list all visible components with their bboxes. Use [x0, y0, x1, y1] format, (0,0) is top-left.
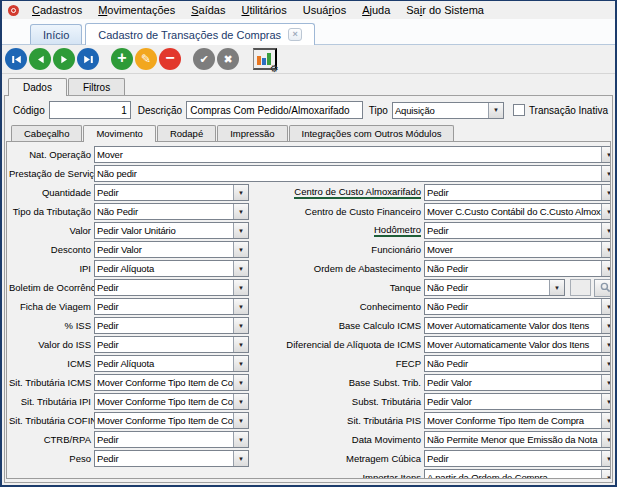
menu-item-sair-do-sistema[interactable]: Sair do Sistema — [398, 3, 492, 17]
peso-select[interactable]: Pedir▼ — [94, 450, 249, 467]
chevron-down-icon[interactable]: ▼ — [601, 432, 611, 447]
ctrb-rpa-select[interactable]: Pedir▼ — [94, 431, 249, 448]
nat-operacao-select[interactable]: Mover▼ — [94, 146, 611, 163]
chevron-down-icon[interactable]: ▼ — [233, 204, 248, 219]
tanque-search-button[interactable] — [594, 279, 611, 297]
chevron-down-icon[interactable]: ▼ — [233, 318, 248, 333]
ficha-de-viagem-select[interactable]: Pedir▼ — [94, 298, 249, 315]
tab-cadastro-de-transacoes-de-compras[interactable]: Cadastro de Transações de Compras× — [85, 23, 315, 45]
base-calculo-icms-value: Mover Automaticamente Valor dos Itens — [425, 320, 601, 331]
chevron-down-icon[interactable]: ▼ — [601, 261, 611, 276]
chevron-down-icon[interactable]: ▼ — [601, 147, 611, 162]
chevron-down-icon[interactable]: ▼ — [549, 280, 564, 295]
chevron-down-icon[interactable]: ▼ — [233, 185, 248, 200]
data-movimento-select[interactable]: Não Permite Menor que Emissão da Nota▼ — [424, 431, 611, 448]
base-calculo-icms-select[interactable]: Mover Automaticamente Valor dos Itens▼ — [424, 317, 611, 334]
subst-tributaria-select[interactable]: Pedir Valor▼ — [424, 393, 611, 410]
sit-tributaria-ipi-select[interactable]: Mover Conforme Tipo Item de Compra▼ — [94, 393, 249, 410]
tab-dados[interactable]: Dados — [8, 78, 67, 96]
chevron-down-icon[interactable]: ▼ — [233, 223, 248, 238]
chevron-down-icon[interactable]: ▼ — [601, 413, 611, 428]
boletim-de-ocorrencia-select[interactable]: Pedir▼ — [94, 279, 249, 296]
conhecimento-select[interactable]: Não Pedir▼ — [424, 298, 611, 315]
menu-item-utilitarios[interactable]: Utilitários — [233, 3, 294, 17]
hodometro-select[interactable]: Pedir▼ — [424, 222, 611, 239]
cancel-button[interactable]: ✖ — [217, 48, 239, 70]
close-icon[interactable]: × — [288, 28, 302, 41]
quantidade-select[interactable]: Pedir▼ — [94, 184, 249, 201]
chevron-down-icon[interactable]: ▼ — [601, 451, 611, 466]
codigo-input[interactable] — [49, 101, 131, 119]
chevron-down-icon[interactable]: ▼ — [601, 356, 611, 371]
base-subst-trib-select[interactable]: Pedir Valor▼ — [424, 374, 611, 391]
chevron-down-icon[interactable]: ▼ — [601, 204, 611, 219]
chevron-down-icon[interactable]: ▼ — [601, 166, 611, 181]
sit-tributaria-cofins-select[interactable]: Mover Conforme Tipo Item de Compra▼ — [94, 412, 249, 429]
ordem-de-abastecimento-select[interactable]: Não Pedir▼ — [424, 260, 611, 277]
chevron-down-icon[interactable]: ▼ — [233, 337, 248, 352]
chevron-down-icon[interactable]: ▼ — [233, 451, 248, 466]
chevron-down-icon[interactable]: ▼ — [233, 375, 248, 390]
delete-record-button[interactable]: − — [159, 48, 181, 70]
tipo-select[interactable]: Aquisição ▼ — [392, 102, 504, 119]
chevron-down-icon[interactable]: ▼ — [233, 356, 248, 371]
chevron-down-icon[interactable]: ▼ — [488, 103, 503, 118]
chevron-down-icon[interactable]: ▼ — [601, 299, 611, 314]
chart-button[interactable]: ⚙ — [253, 48, 277, 70]
chevron-down-icon[interactable]: ▼ — [233, 413, 248, 428]
sit-tributaria-pis-select[interactable]: Mover Conforme Tipo Item de Compra▼ — [424, 412, 611, 429]
icms-select[interactable]: Pedir Alíquota▼ — [94, 355, 249, 372]
tab-filtros[interactable]: Filtros — [68, 78, 125, 95]
centro-de-custo-almoxarifado-select[interactable]: Pedir▼ — [424, 184, 611, 201]
chevron-down-icon[interactable]: ▼ — [233, 394, 248, 409]
metragem-cubica-select[interactable]: Pedir▼ — [424, 450, 611, 467]
ipi-select[interactable]: Pedir Alíquota▼ — [94, 260, 249, 277]
descricao-input[interactable] — [186, 101, 363, 119]
chevron-down-icon[interactable]: ▼ — [601, 318, 611, 333]
menu-item-movimentacoes[interactable]: Movimentações — [90, 3, 183, 17]
menu-item-usuarios[interactable]: Usuários — [295, 3, 354, 17]
desconto-select[interactable]: Pedir Valor▼ — [94, 241, 249, 258]
tab-inicio[interactable]: Início — [30, 24, 82, 44]
last-record-button[interactable] — [77, 48, 99, 70]
menu-item-ajuda[interactable]: Ajuda — [354, 3, 398, 17]
chevron-down-icon[interactable]: ▼ — [233, 261, 248, 276]
transacao-inativa-checkbox[interactable] — [513, 104, 525, 116]
iss-select[interactable]: Pedir▼ — [94, 317, 249, 334]
tab-integracoes-com-outros-modulos[interactable]: Integrações com Outros Módulos — [289, 125, 455, 141]
tab-movimento[interactable]: Movimento — [83, 125, 155, 142]
tab-rodape[interactable]: Rodapé — [157, 125, 216, 141]
tanque-select[interactable]: Não Pedir▼ — [424, 279, 565, 296]
chevron-down-icon[interactable]: ▼ — [233, 280, 248, 295]
add-record-button[interactable]: + — [111, 48, 133, 70]
valor-select[interactable]: Pedir Valor Unitário▼ — [94, 222, 249, 239]
chevron-down-icon[interactable]: ▼ — [233, 242, 248, 257]
chevron-down-icon[interactable]: ▼ — [601, 394, 611, 409]
funcionario-select[interactable]: Mover▼ — [424, 241, 611, 258]
confirm-button[interactable]: ✔ — [193, 48, 215, 70]
chevron-down-icon[interactable]: ▼ — [601, 470, 611, 479]
previous-record-button[interactable] — [29, 48, 51, 70]
chevron-down-icon[interactable]: ▼ — [601, 337, 611, 352]
edit-record-button[interactable]: ✎ — [135, 48, 157, 70]
next-record-button[interactable] — [53, 48, 75, 70]
diferencial-de-aliquota-de-icms-select[interactable]: Mover Automaticamente Valor dos Itens▼ — [424, 336, 611, 353]
chevron-down-icon[interactable]: ▼ — [601, 223, 611, 238]
sit-tributaria-icms-select[interactable]: Mover Conforme Tipo Item de Compra▼ — [94, 374, 249, 391]
chevron-down-icon[interactable]: ▼ — [233, 299, 248, 314]
tipo-da-tributacao-select[interactable]: Não Pedir▼ — [94, 203, 249, 220]
importar-itens-select[interactable]: A partir da Ordem de Compra▼ — [424, 469, 611, 479]
tab-impressao[interactable]: Impressão — [217, 125, 287, 141]
chevron-down-icon[interactable]: ▼ — [233, 432, 248, 447]
fecp-select[interactable]: Não Pedir▼ — [424, 355, 611, 372]
valor-do-iss-select[interactable]: Pedir▼ — [94, 336, 249, 353]
chevron-down-icon[interactable]: ▼ — [601, 375, 611, 390]
centro-de-custo-financeiro-select[interactable]: Mover C.Custo Contábil do C.Custo Almox▼ — [424, 203, 611, 220]
chevron-down-icon[interactable]: ▼ — [601, 242, 611, 257]
tab-cabecalho[interactable]: Cabeçalho — [11, 125, 82, 141]
prestacao-de-servico-select[interactable]: Não pedir▼ — [94, 165, 611, 182]
first-record-button[interactable] — [5, 48, 27, 70]
chevron-down-icon[interactable]: ▼ — [601, 185, 611, 200]
menu-item-saidas[interactable]: Saídas — [183, 3, 233, 17]
menu-item-cadastros[interactable]: Cadastros — [24, 3, 90, 17]
